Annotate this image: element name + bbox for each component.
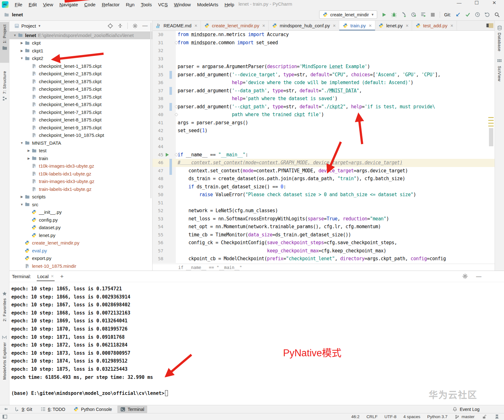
editor-vertical-scrollbar[interactable] (489, 128, 493, 146)
code-line-37[interactable]: 37parser.add_argument('--data_path', typ… (153, 87, 495, 95)
code-line-46[interactable]: 46# context.set_context(mode=context.GRA… (153, 159, 495, 167)
tree-item-config-py[interactable]: config.py (9, 216, 152, 224)
menu-item-run[interactable]: Run (123, 2, 138, 7)
tree-item-eval-py[interactable]: eval.py (9, 247, 152, 255)
tree-item-checkpoint_lenet-5_1875-ckpt[interactable]: ?checkpoint_lenet-5_1875.ckpt (9, 93, 152, 101)
minimize-button[interactable]: — (455, 0, 463, 6)
close-icon[interactable]: ✕ (194, 24, 197, 28)
profiler-button[interactable] (410, 12, 416, 18)
stop-button[interactable] (430, 12, 436, 18)
chevron-down-icon[interactable]: ▼ (19, 57, 25, 60)
tool-strip-tab-7-structure[interactable]: 7: Structure (0, 71, 9, 109)
tree-item-train-images-idx3-ubyte-gz[interactable]: ?train-images-idx3-ubyte.gz (9, 178, 152, 186)
tree-item-train[interactable]: ▶train (9, 154, 152, 162)
editor-tab-lenet-py[interactable]: lenet.py✕ (375, 21, 412, 30)
breadcrumb-scope[interactable]: if __name__ == "__main__" (178, 265, 242, 270)
tree-item-export-py[interactable]: export.py (9, 255, 152, 262)
git-rollback-button[interactable] (484, 12, 490, 18)
code-editor[interactable]: 30from mindspore.nn.metrics import Accur… (153, 31, 495, 264)
close-icon[interactable]: ✕ (369, 24, 372, 28)
gutter-line-38[interactable]: 38 (153, 95, 176, 103)
gutter-line-36[interactable]: 36 (153, 79, 176, 87)
chevron-down-icon[interactable]: ▼ (19, 141, 25, 145)
gutter-line-51[interactable]: 51 (153, 199, 176, 207)
gutter-line-49[interactable]: 49 (153, 183, 176, 191)
code-line-47[interactable]: 47 context.set_context(mode=context.PYNA… (153, 167, 495, 175)
code-line-53[interactable]: 53 net_loss = nn.SoftmaxCrossEntropyWith… (153, 215, 495, 223)
gutter-line-35[interactable]: 35 (153, 71, 176, 79)
tool-strip-tab-sciview[interactable]: SciView (495, 58, 504, 91)
code-line-40[interactable]: 40 path where the trained ckpt file') (153, 111, 495, 119)
tree-item-train-labels-idx1-ubyte-gz[interactable]: ?train-labels-idx1-ubyte.gz (9, 185, 152, 193)
close-icon[interactable]: ✕ (51, 274, 54, 278)
code-line-33[interactable]: 33 (153, 55, 495, 63)
editor-tab-test_add-py[interactable]: test_add.py✕ (412, 21, 457, 30)
gutter-line-40[interactable]: 40 (153, 111, 176, 119)
code-line-43[interactable]: 43 (153, 135, 495, 143)
locate-file-button[interactable] (107, 23, 113, 29)
git-commit-button[interactable] (465, 12, 470, 18)
avatar-icon[interactable] (494, 414, 500, 420)
git-branch-widget[interactable]: master (454, 414, 475, 420)
search-everywhere-button[interactable] (494, 12, 500, 18)
chevron-down-icon[interactable]: ▼ (19, 203, 25, 206)
attach-to-process-button[interactable] (401, 12, 406, 18)
gutter-line-37[interactable]: 37 (153, 87, 176, 95)
code-line-34[interactable]: 34parser = argparse.ArgumentParser(descr… (153, 63, 495, 71)
tree-item-lenet-py[interactable]: lenet.py (9, 231, 152, 239)
menu-item-code[interactable]: Code (81, 2, 99, 7)
new-terminal-session-button[interactable]: + (60, 273, 64, 280)
code-line-30[interactable]: 30from mindspore.nn.metrics import Accur… (153, 31, 495, 39)
tree-item-test[interactable]: ▶test (9, 147, 152, 155)
close-icon[interactable]: ✕ (262, 24, 265, 28)
gutter-line-52[interactable]: 52 (153, 207, 176, 215)
terminal-output[interactable]: epoch: 10 step: 1865, loss is 0.1754721e… (9, 283, 504, 405)
gutter-line-55[interactable]: 55 (153, 231, 176, 239)
tree-item-mnist_data[interactable]: ▼MNIST_DATA (9, 139, 152, 147)
menu-item-refactor[interactable]: Refactor (99, 2, 123, 7)
tree-item-checkpoint_lenet-9_1875-ckpt[interactable]: ?checkpoint_lenet-9_1875.ckpt (9, 124, 152, 132)
code-line-56[interactable]: 56 config_ck = CheckpointConfig(save_che… (153, 239, 495, 247)
collapse-all-button[interactable] (117, 23, 123, 29)
gutter-line-41[interactable]: 41 (153, 119, 176, 127)
tree-item-ckpt[interactable]: ▶ckpt (9, 39, 152, 47)
menu-item-view[interactable]: View (40, 2, 56, 7)
menu-item-modelarts[interactable]: ModelArts (194, 2, 222, 7)
toggle-toolwindows-icon[interactable] (2, 414, 8, 420)
gutter-line-39[interactable]: 39 (153, 103, 176, 111)
tree-item-ckpt1[interactable]: ▶ckpt1 (9, 47, 152, 55)
gutter-line-57[interactable]: 57 (153, 247, 176, 255)
code-line-44[interactable]: 44 (153, 143, 495, 151)
gutter-line-34[interactable]: 34 (153, 63, 176, 71)
chevron-down-icon[interactable]: ▼ (38, 24, 41, 28)
tree-item-checkpoint_lenet-8_1875-ckpt[interactable]: ?checkpoint_lenet-8_1875.ckpt (9, 116, 152, 124)
gutter-line-47[interactable]: 47 (153, 167, 176, 175)
code-line-58[interactable]: 58 ckpoint_cb = ModelCheckpoint(prefix="… (153, 255, 495, 263)
gutter-line-56[interactable]: 56 (153, 239, 176, 247)
tree-item-__init__-py[interactable]: __init__.py (9, 208, 152, 216)
menu-item-tools[interactable]: Tools (138, 2, 155, 7)
editor-tab-readme-md[interactable]: MDREADME.md✕ (153, 21, 201, 30)
gutter-line-54[interactable]: 54 (153, 223, 176, 231)
code-line-48[interactable]: 48 ds_train = create_dataset(os.path.joi… (153, 175, 495, 183)
tree-item-lenet[interactable]: ▼lenet E:\gitee\mindspore\model_zoo\offi… (9, 31, 152, 39)
git-history-button[interactable] (475, 12, 480, 18)
gutter-line-58[interactable]: 58 (153, 255, 176, 263)
code-line-54[interactable]: 54 net_opt = nn.Momentum(network.trainab… (153, 223, 495, 231)
chevron-right-icon[interactable]: ▶ (19, 49, 25, 52)
tree-item-checkpoint_lenet-4_1875-ckpt[interactable]: ?checkpoint_lenet-4_1875.ckpt (9, 85, 152, 93)
indent-widget[interactable]: 4 spaces (403, 414, 420, 419)
run-with-coverage-button[interactable] (420, 12, 426, 18)
close-icon[interactable]: ✕ (405, 24, 409, 28)
toolwindow-button-python-console[interactable]: Python Console (71, 406, 115, 413)
breadcrumb[interactable]: if __name__ == "__main__" (153, 264, 495, 271)
tool-strip-tab-database[interactable]: Database (495, 25, 504, 60)
toolwindow-button-terminal[interactable]: Terminal (117, 406, 147, 413)
code-line-32[interactable]: 32 (153, 47, 495, 55)
menu-item-vcs[interactable]: VCS (155, 2, 171, 7)
editor-tab-train-py[interactable]: train.py✕ (339, 21, 375, 30)
gutter-line-42[interactable]: 42 (153, 127, 176, 135)
code-line-39[interactable]: 39parser.add_argument('--ckpt_path', typ… (153, 103, 495, 111)
event-log-button[interactable]: Event Log (452, 407, 480, 412)
terminal-tab-local[interactable]: Local ✕ (37, 272, 55, 281)
